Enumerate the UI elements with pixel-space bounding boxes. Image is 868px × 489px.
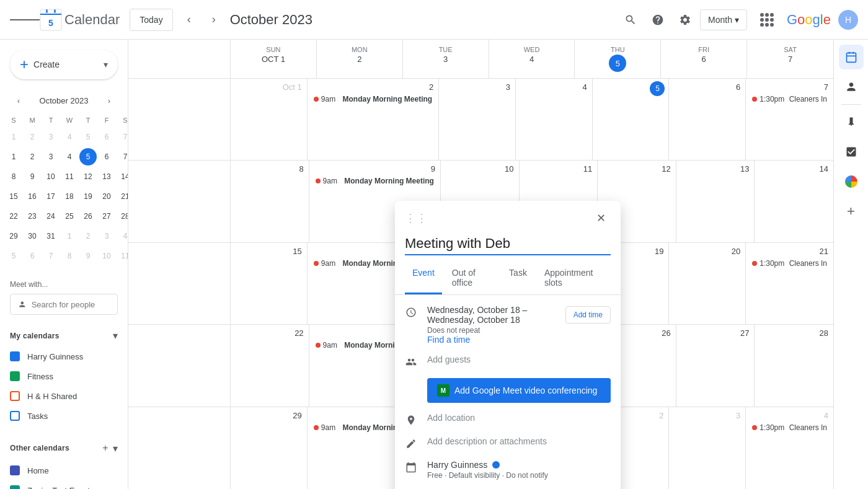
mini-day[interactable]: 1 bbox=[5, 128, 22, 146]
mini-day[interactable]: 2 bbox=[24, 148, 41, 165]
settings-button[interactable] bbox=[673, 7, 698, 32]
add-other-calendar-button[interactable]: + bbox=[98, 441, 113, 456]
mini-day[interactable]: 6 bbox=[98, 148, 115, 165]
calendar-item-tasks[interactable]: Tasks bbox=[0, 406, 128, 426]
modal-header: ⋮⋮ ✕ bbox=[395, 201, 621, 228]
svg-rect-8 bbox=[846, 53, 856, 62]
mini-day[interactable]: 23 bbox=[24, 208, 41, 225]
tab-event[interactable]: Event bbox=[405, 263, 442, 294]
apps-button[interactable] bbox=[755, 7, 779, 32]
mini-day[interactable]: 19 bbox=[79, 188, 97, 205]
mini-next-button[interactable]: › bbox=[100, 92, 118, 109]
mini-day[interactable]: 8 bbox=[5, 168, 22, 185]
mini-day[interactable]: 4 bbox=[117, 227, 128, 245]
mini-day[interactable]: 13 bbox=[98, 168, 115, 185]
mini-day[interactable]: 29 bbox=[5, 227, 22, 245]
mini-day[interactable]: 1 bbox=[5, 148, 22, 165]
mini-day[interactable]: 7 bbox=[117, 128, 128, 146]
right-icon-add[interactable]: + bbox=[839, 199, 864, 224]
right-icon-color-circle[interactable] bbox=[839, 169, 864, 194]
mini-day[interactable]: 3 bbox=[42, 128, 60, 146]
create-button[interactable]: + Create ▾ bbox=[10, 50, 118, 79]
mini-day[interactable]: 22 bbox=[5, 208, 22, 225]
calendar-checkbox-home[interactable] bbox=[10, 465, 20, 475]
mini-day[interactable]: 31 bbox=[42, 227, 60, 245]
menu-button[interactable] bbox=[10, 5, 40, 35]
mini-day[interactable]: 2 bbox=[24, 128, 41, 146]
calendar-checkbox-tasks[interactable] bbox=[10, 411, 20, 421]
mini-day[interactable]: 21 bbox=[117, 188, 128, 205]
mini-day[interactable]: 4 bbox=[61, 128, 78, 146]
calendar-checkbox-zapier[interactable] bbox=[10, 485, 20, 489]
mini-day[interactable]: 9 bbox=[24, 168, 41, 185]
calendar-item-fitness[interactable]: Fitness bbox=[0, 366, 128, 386]
user-avatar[interactable]: H bbox=[838, 10, 858, 30]
search-button[interactable] bbox=[618, 7, 643, 32]
mini-day[interactable]: 6 bbox=[98, 128, 115, 146]
search-people-input[interactable] bbox=[32, 300, 110, 309]
mini-day[interactable]: 8 bbox=[61, 247, 78, 265]
calendar-item-home[interactable]: Home bbox=[0, 460, 128, 480]
mini-day[interactable]: 9 bbox=[79, 247, 97, 265]
mini-day[interactable]: 10 bbox=[42, 168, 60, 185]
mini-day[interactable]: 7 bbox=[42, 247, 60, 265]
mini-day[interactable]: 3 bbox=[98, 227, 115, 245]
right-icon-contacts[interactable] bbox=[839, 74, 864, 99]
mini-day[interactable]: 30 bbox=[24, 227, 41, 245]
mini-day[interactable]: 5 bbox=[79, 128, 97, 146]
add-location-text[interactable]: Add location bbox=[427, 413, 475, 423]
mini-day[interactable]: 11 bbox=[61, 168, 78, 185]
calendar-item-zapier[interactable]: Zapier Test Events bbox=[0, 480, 128, 489]
mini-day[interactable]: 6 bbox=[24, 247, 41, 265]
my-calendars-header[interactable]: My calendars ▾ bbox=[0, 325, 128, 346]
mini-day[interactable]: 3 bbox=[42, 148, 60, 165]
modal-close-button[interactable]: ✕ bbox=[591, 208, 611, 228]
find-time-link[interactable]: Find a time bbox=[427, 335, 470, 345]
mini-day[interactable]: 10 bbox=[98, 247, 115, 265]
calendar-checkbox-harry[interactable] bbox=[10, 351, 20, 361]
mini-day[interactable]: 4 bbox=[61, 148, 78, 165]
add-desc-text[interactable]: Add description or attachments bbox=[427, 436, 547, 446]
mini-day[interactable]: 1 bbox=[61, 227, 78, 245]
add-guests-text[interactable]: Add guests bbox=[427, 355, 471, 364]
mini-day[interactable]: 17 bbox=[42, 188, 60, 205]
right-icon-keep[interactable] bbox=[839, 110, 864, 134]
prev-button[interactable]: ‹ bbox=[178, 9, 200, 31]
mini-cal-title: October 2023 bbox=[40, 96, 89, 105]
right-icon-calendar[interactable] bbox=[839, 45, 864, 69]
tab-task[interactable]: Task bbox=[502, 263, 534, 294]
tab-out-of-office[interactable]: Out of office bbox=[445, 263, 499, 294]
calendar-checkbox-hh[interactable] bbox=[10, 391, 20, 401]
right-icon-tasks[interactable] bbox=[839, 139, 864, 164]
mini-day[interactable]: 15 bbox=[5, 188, 22, 205]
calendar-item-hh-shared[interactable]: H & H Shared bbox=[0, 386, 128, 406]
mini-day[interactable]: 26 bbox=[79, 208, 97, 225]
add-time-button[interactable]: Add time bbox=[565, 306, 611, 324]
mini-day[interactable]: 28 bbox=[117, 208, 128, 225]
view-dropdown[interactable]: Month ▾ bbox=[700, 9, 747, 30]
search-people-container[interactable] bbox=[10, 294, 118, 315]
calendar-item-harry[interactable]: Harry Guinness bbox=[0, 346, 128, 366]
mini-day[interactable]: 7 bbox=[117, 148, 128, 165]
help-button[interactable] bbox=[645, 7, 670, 32]
mini-day-today[interactable]: 5 bbox=[79, 148, 97, 165]
mini-day[interactable]: 24 bbox=[42, 208, 60, 225]
mini-day[interactable]: 25 bbox=[61, 208, 78, 225]
mini-day[interactable]: 11 bbox=[117, 247, 128, 265]
google-meet-button[interactable]: M Add Google Meet video conferencing bbox=[427, 378, 611, 403]
tab-appointment-slots[interactable]: Appointment slots bbox=[537, 263, 611, 294]
other-calendars-header[interactable]: Other calendars + ▾ bbox=[0, 436, 128, 460]
mini-day[interactable]: 2 bbox=[79, 227, 97, 245]
calendar-checkbox-fitness[interactable] bbox=[10, 371, 20, 381]
mini-day[interactable]: 16 bbox=[24, 188, 41, 205]
mini-day[interactable]: 12 bbox=[79, 168, 97, 185]
mini-day[interactable]: 27 bbox=[98, 208, 115, 225]
today-button[interactable]: Today bbox=[130, 9, 172, 31]
mini-day[interactable]: 18 bbox=[61, 188, 78, 205]
mini-day[interactable]: 20 bbox=[98, 188, 115, 205]
mini-prev-button[interactable]: ‹ bbox=[10, 92, 27, 109]
event-title-input[interactable] bbox=[405, 233, 611, 255]
mini-day[interactable]: 5 bbox=[5, 247, 22, 265]
mini-day[interactable]: 14 bbox=[117, 168, 128, 185]
next-button[interactable]: › bbox=[203, 9, 225, 31]
